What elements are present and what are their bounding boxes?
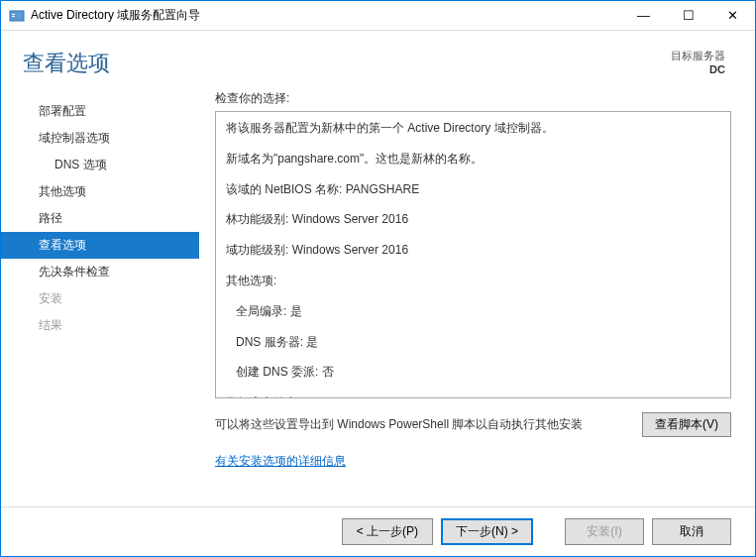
page-title: 查看选项 <box>23 49 671 78</box>
page-header: 查看选项 目标服务器 DC <box>1 31 755 88</box>
sidebar-item-8: 结果 <box>1 312 199 339</box>
export-row: 可以将这些设置导出到 Windows PowerShell 脚本以自动执行其他安… <box>215 412 731 437</box>
install-button: 安装(I) <box>565 518 644 545</box>
target-server-name: DC <box>671 62 725 76</box>
cancel-button[interactable]: 取消 <box>652 518 731 545</box>
sidebar-item-7: 安装 <box>1 285 199 312</box>
svg-rect-1 <box>12 14 15 15</box>
app-icon <box>9 8 25 24</box>
sidebar-item-0[interactable]: 部署配置 <box>1 98 199 125</box>
svg-rect-2 <box>12 16 15 17</box>
review-line-0: 将该服务器配置为新林中的第一个 Active Directory 域控制器。 <box>226 120 720 137</box>
review-label: 检查你的选择: <box>215 90 731 107</box>
more-info-link[interactable]: 有关安装选项的详细信息 <box>215 453 731 470</box>
window-title: Active Directory 域服务配置向导 <box>31 7 621 24</box>
minimize-button[interactable]: — <box>621 1 666 30</box>
review-line-5: 其他选项: <box>226 273 720 289</box>
review-line-1: 新域名为"pangshare.com"。这也是新林的名称。 <box>226 151 720 167</box>
review-line-7: DNS 服务器: 是 <box>226 334 720 351</box>
review-textbox[interactable]: 将该服务器配置为新林中的第一个 Active Directory 域控制器。新域… <box>215 111 731 398</box>
review-line-8: 创建 DNS 委派: 否 <box>226 364 720 381</box>
previous-button[interactable]: < 上一步(P) <box>342 518 433 545</box>
close-button[interactable]: ✕ <box>710 1 755 30</box>
titlebar: Active Directory 域服务配置向导 — ☐ ✕ <box>1 1 755 31</box>
sidebar-item-6[interactable]: 先决条件检查 <box>1 259 199 285</box>
review-line-4: 域功能级别: Windows Server 2016 <box>226 242 720 259</box>
sidebar-item-5[interactable]: 查看选项 <box>1 232 199 259</box>
review-line-3: 林功能级别: Windows Server 2016 <box>226 211 720 228</box>
sidebar-item-4[interactable]: 路径 <box>1 205 199 232</box>
sidebar-item-3[interactable]: 其他选项 <box>1 178 199 205</box>
review-line-9: 数据库文件夹: C:\Windows\NTDS <box>226 394 720 398</box>
sidebar: 部署配置域控制器选项DNS 选项其他选项路径查看选项先决条件检查安装结果 <box>1 88 199 504</box>
wizard-footer: < 上一步(P) 下一步(N) > 安装(I) 取消 <box>1 506 755 556</box>
review-line-2: 该域的 NetBIOS 名称: PANGSHARE <box>226 181 720 198</box>
content-panel: 检查你的选择: 将该服务器配置为新林中的第一个 Active Directory… <box>199 88 755 504</box>
sidebar-item-1[interactable]: 域控制器选项 <box>1 125 199 152</box>
main-area: 部署配置域控制器选项DNS 选项其他选项路径查看选项先决条件检查安装结果 检查你… <box>1 88 755 504</box>
export-description: 可以将这些设置导出到 Windows PowerShell 脚本以自动执行其他安… <box>215 416 642 433</box>
target-server: 目标服务器 DC <box>671 49 725 77</box>
next-button[interactable]: 下一步(N) > <box>441 518 533 545</box>
sidebar-item-2[interactable]: DNS 选项 <box>1 152 199 178</box>
view-script-button[interactable]: 查看脚本(V) <box>642 412 731 437</box>
review-line-6: 全局编录: 是 <box>226 303 720 320</box>
target-server-label: 目标服务器 <box>671 49 725 62</box>
window-controls: — ☐ ✕ <box>621 1 755 30</box>
maximize-button[interactable]: ☐ <box>666 1 710 30</box>
